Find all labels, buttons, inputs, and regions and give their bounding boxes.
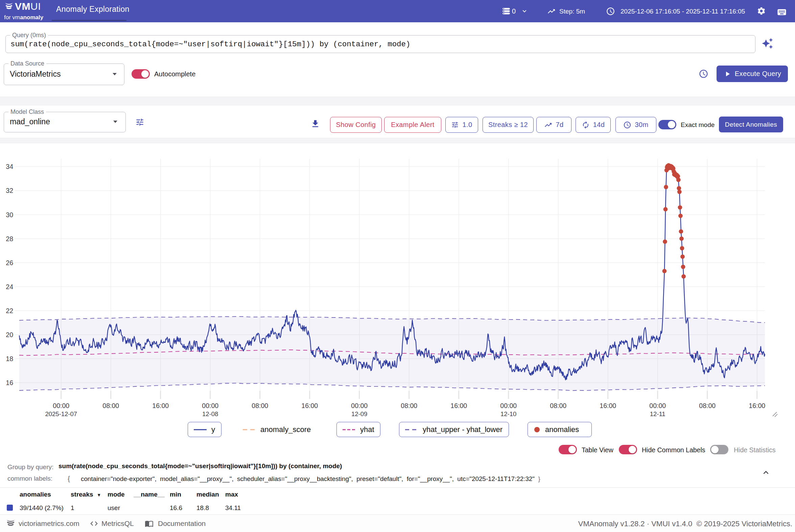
svg-text:08:00: 08:00	[699, 402, 716, 410]
svg-text:2025-12-07: 2025-12-07	[45, 411, 77, 418]
svg-text:16:00: 16:00	[749, 402, 765, 410]
svg-text:22: 22	[6, 307, 13, 315]
svg-text:32: 32	[6, 187, 13, 194]
svg-text:08:00: 08:00	[103, 402, 119, 410]
svg-text:16:00: 16:00	[450, 402, 467, 410]
svg-text:26: 26	[6, 259, 13, 266]
svg-text:00:00: 00:00	[351, 402, 367, 410]
svg-text:08:00: 08:00	[252, 402, 268, 410]
svg-text:00:00: 00:00	[53, 402, 69, 410]
svg-text:18: 18	[6, 355, 13, 362]
svg-text:12-08: 12-08	[202, 411, 218, 418]
svg-text:20: 20	[6, 331, 13, 339]
svg-text:16:00: 16:00	[599, 402, 616, 410]
svg-text:28: 28	[6, 235, 13, 243]
svg-text:12-09: 12-09	[351, 411, 367, 418]
svg-text:00:00: 00:00	[202, 402, 218, 410]
svg-text:08:00: 08:00	[550, 402, 566, 410]
svg-text:00:00: 00:00	[649, 402, 666, 410]
svg-text:30: 30	[6, 211, 13, 218]
svg-text:16:00: 16:00	[152, 402, 169, 410]
svg-text:16: 16	[6, 379, 13, 386]
svg-text:24: 24	[6, 283, 13, 290]
svg-text:12-11: 12-11	[650, 411, 666, 418]
svg-text:34: 34	[6, 163, 13, 170]
svg-text:16:00: 16:00	[301, 402, 318, 410]
svg-text:12-10: 12-10	[501, 411, 517, 418]
svg-text:08:00: 08:00	[401, 402, 417, 410]
svg-text:00:00: 00:00	[500, 402, 517, 410]
